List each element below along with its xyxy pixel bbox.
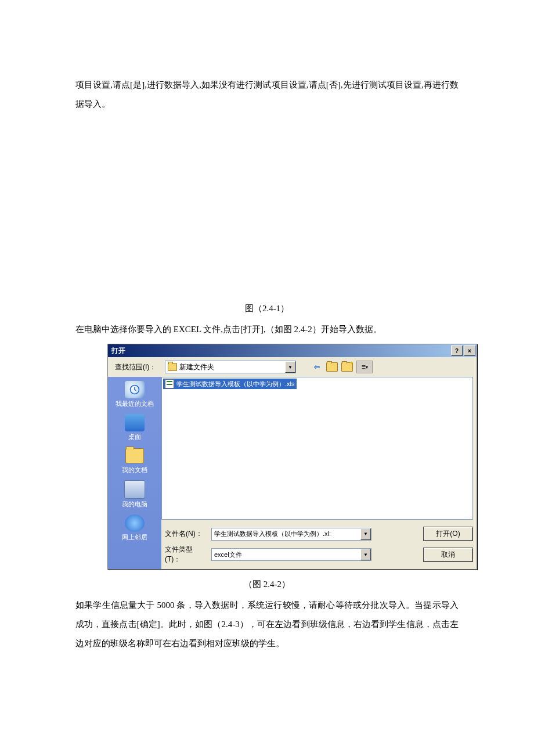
figure-placeholder-1 — [75, 114, 459, 294]
place-label: 我的电脑 — [110, 500, 159, 509]
look-in-row: 查找范围(I)： 新建文件夹 ▼ ⇦ ☰▾ — [108, 357, 477, 377]
paragraph-3: 如果学生信息量大于 5000 条，导入数据时，系统运行较慢，请耐心等待或分批次导… — [75, 596, 459, 653]
paragraph-1: 项目设置,请点[是],进行数据导入,如果没有进行测试项目设置,请点[否],先进行… — [75, 75, 459, 114]
nav-icons: ⇦ ☰▾ — [311, 361, 373, 373]
computer-icon — [124, 480, 145, 499]
chevron-down-icon[interactable]: ▼ — [360, 528, 371, 540]
filename-label: 文件名(N)： — [165, 529, 205, 539]
filename-value: 学生测试数据导入模板（以中学为例）.xl: — [214, 530, 331, 538]
place-label: 网上邻居 — [110, 533, 159, 542]
help-button[interactable]: ? — [451, 345, 463, 356]
xls-icon — [165, 379, 174, 388]
look-in-dropdown[interactable]: 新建文件夹 ▼ — [165, 361, 296, 373]
bottom-rows: 文件名(N)： 学生测试数据导入模板（以中学为例）.xl: ▼ 打开(O) 文件… — [161, 523, 477, 569]
close-button[interactable]: × — [464, 345, 475, 356]
dialog-title: 打开 — [111, 346, 450, 356]
cancel-button[interactable]: 取消 — [423, 548, 473, 562]
recent-icon — [125, 381, 145, 398]
view-menu-button[interactable]: ☰▾ — [356, 361, 373, 373]
mydocs-icon — [125, 447, 145, 465]
open-file-dialog: 打开 ? × 查找范围(I)： 新建文件夹 ▼ ⇦ ☰▾ — [107, 344, 477, 570]
place-label: 我最近的文档 — [110, 399, 159, 408]
up-one-level-button[interactable] — [326, 361, 338, 373]
place-desktop[interactable]: 桌面 — [110, 412, 159, 444]
chevron-down-icon[interactable]: ▼ — [360, 549, 371, 560]
dialog-titlebar[interactable]: 打开 ? × — [108, 344, 477, 357]
place-mycomputer[interactable]: 我的电脑 — [110, 478, 159, 512]
filename-row: 文件名(N)： 学生测试数据导入模板（以中学为例）.xl: ▼ 打开(O) — [165, 527, 473, 541]
paragraph-2: 在电脑中选择你要导入的 EXCEL 文件,点击[打开],（如图 2.4-2）开始… — [75, 320, 459, 339]
filetype-row: 文件类型(T)： excel文件 ▼ 取消 — [165, 545, 473, 564]
new-folder-button[interactable] — [341, 361, 353, 373]
file-item-selected[interactable]: 学生测试数据导入模板（以中学为例）.xls — [163, 379, 297, 389]
place-label: 我的文档 — [110, 466, 159, 474]
chevron-down-icon[interactable]: ▼ — [285, 361, 295, 373]
look-in-value: 新建文件夹 — [179, 362, 214, 372]
desktop-icon — [125, 414, 145, 431]
places-bar: 我最近的文档 桌面 我的文档 我的电脑 网上邻居 — [108, 377, 161, 569]
filetype-dropdown[interactable]: excel文件 ▼ — [211, 548, 371, 561]
back-button[interactable]: ⇦ — [311, 361, 323, 373]
open-button[interactable]: 打开(O) — [423, 527, 473, 541]
place-label: 桌面 — [110, 433, 159, 441]
figure-caption-2: （图 2.4-2） — [75, 579, 459, 590]
document-page: 项目设置,请点[是],进行数据导入,如果没有进行测试项目设置,请点[否],先进行… — [0, 0, 534, 688]
file-list[interactable]: 学生测试数据导入模板（以中学为例）.xls — [161, 377, 473, 520]
figure-caption-1: 图（2.4-1） — [75, 303, 459, 314]
filetype-value: excel文件 — [214, 550, 242, 559]
folder-icon — [168, 363, 177, 371]
file-area-wrap: 学生测试数据导入模板（以中学为例）.xls 文件名(N)： 学生测试数据导入模板… — [161, 377, 477, 569]
filename-input[interactable]: 学生测试数据导入模板（以中学为例）.xl: ▼ — [211, 528, 371, 541]
network-icon — [125, 514, 145, 532]
filetype-label: 文件类型(T)： — [165, 545, 205, 564]
place-mydocs[interactable]: 我的文档 — [110, 445, 159, 477]
file-item-label: 学生测试数据导入模板（以中学为例）.xls — [176, 380, 295, 388]
look-in-label: 查找范围(I)： — [115, 362, 161, 372]
place-recent[interactable]: 我最近的文档 — [110, 379, 159, 411]
dialog-body: 我最近的文档 桌面 我的文档 我的电脑 网上邻居 — [108, 377, 477, 569]
place-network[interactable]: 网上邻居 — [110, 513, 159, 545]
